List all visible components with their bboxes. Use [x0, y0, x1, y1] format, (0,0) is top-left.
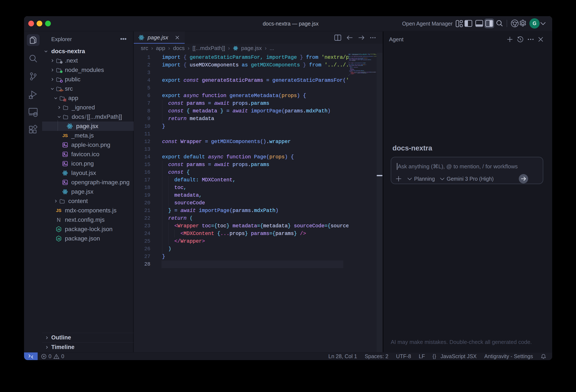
svg-text:JS: JS: [57, 238, 60, 240]
svg-text:JS: JS: [57, 228, 60, 231]
